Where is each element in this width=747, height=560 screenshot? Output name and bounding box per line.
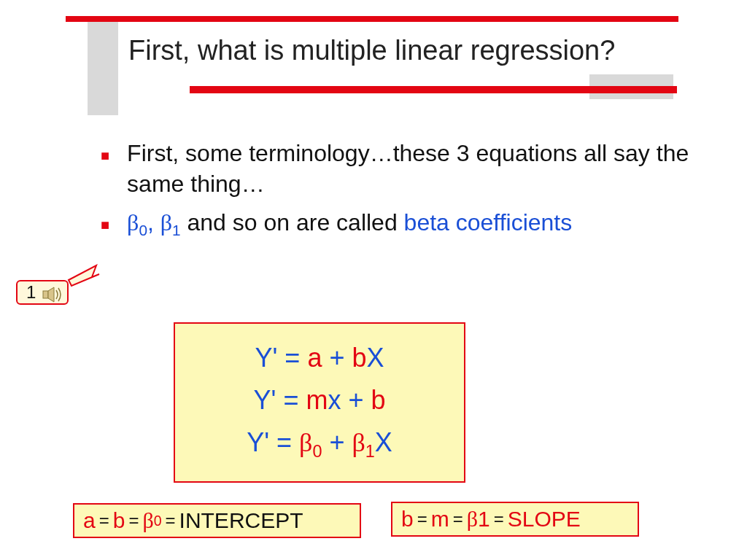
bullet-text: First, some terminology…these 3 equation…: [127, 139, 699, 199]
bullet-list: ■ First, some terminology…these 3 equati…: [101, 139, 699, 249]
svg-rect-1: [43, 291, 48, 298]
slide-title: First, what is multiple linear regressio…: [128, 35, 615, 66]
equation-3: Y' = β0 + β1X: [247, 427, 392, 462]
slope-box: b = m = β1 = SLOPE: [391, 502, 639, 537]
equation-1: Y' = a + bX: [255, 343, 384, 373]
bullet-marker-icon: ■: [101, 215, 109, 234]
bullet-item: ■ First, some terminology…these 3 equati…: [101, 139, 699, 199]
callout-tail-icon: [64, 264, 101, 287]
equations-box: Y' = a + bX Y' = mx + b Y' = β0 + β1X: [174, 322, 465, 483]
equation-2: Y' = mx + b: [254, 385, 386, 416]
svg-marker-0: [69, 265, 99, 286]
decor-gray-left: [88, 20, 118, 115]
intercept-box: a = b = β0 = INTERCEPT: [73, 503, 361, 538]
bullet-text: β0, β1 and so on are called beta coeffic…: [127, 208, 699, 240]
decor-red-mid: [190, 86, 677, 93]
svg-marker-2: [48, 287, 54, 302]
bullet-item: ■ β0, β1 and so on are called beta coeff…: [101, 208, 699, 240]
slide: H₁:μ<0 σ² = E(x − μ)² = E_i ∑ wᵢ(xᵢ(ĝ−1)…: [0, 0, 747, 560]
bullet-marker-icon: ■: [101, 146, 109, 165]
speaker-icon: [42, 287, 63, 303]
decor-red-top: [66, 16, 678, 22]
